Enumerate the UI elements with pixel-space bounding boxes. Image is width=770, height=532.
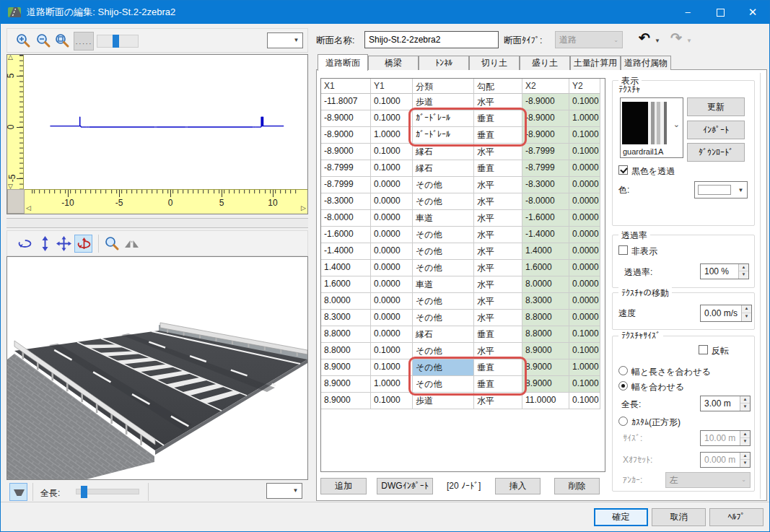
update-button[interactable]: 更新 bbox=[687, 97, 745, 116]
cell-y2[interactable]: 0.1000 bbox=[569, 326, 600, 343]
cell-x1[interactable]: -8.3000 bbox=[321, 193, 371, 210]
cell-x1[interactable]: 8.9000 bbox=[321, 393, 371, 409]
cell-x2[interactable]: 8.8000 bbox=[522, 326, 569, 343]
dwg-import-button[interactable]: DWGｲﾝﾎﾟｰﾄ bbox=[377, 478, 433, 494]
cell-x2[interactable]: -8.9000 bbox=[522, 110, 569, 127]
cell-cls[interactable]: その他 bbox=[413, 359, 474, 376]
cell-slope[interactable]: 水平 bbox=[474, 276, 522, 293]
cell-cls[interactable]: その他 bbox=[413, 193, 474, 210]
cell-slope[interactable]: 垂直 bbox=[474, 110, 522, 127]
cell-cls[interactable]: 歩道 bbox=[413, 94, 474, 110]
cell-x2[interactable]: 11.0000 bbox=[522, 393, 569, 409]
tab-1[interactable]: 橋梁 bbox=[368, 56, 419, 70]
cell-y2[interactable]: 0.0000 bbox=[569, 227, 600, 243]
cell-x2[interactable]: 1.6000 bbox=[522, 260, 569, 276]
cell-x1[interactable]: -8.7999 bbox=[321, 160, 371, 177]
transparency-rate-spinner[interactable]: 100 % ▲▼ bbox=[700, 263, 749, 279]
ruler-arrow-left[interactable]: ◁ bbox=[26, 204, 31, 212]
cell-slope[interactable]: 垂直 bbox=[474, 160, 522, 177]
cell-y2[interactable]: 1.0000 bbox=[569, 359, 600, 376]
tab-4[interactable]: 盛り土 bbox=[520, 56, 570, 70]
cell-cls[interactable]: 縁石 bbox=[413, 144, 474, 160]
cell-y1[interactable]: 0.0000 bbox=[371, 177, 413, 193]
cell-x2[interactable]: 8.9000 bbox=[522, 376, 569, 393]
cell-y1[interactable]: 1.0000 bbox=[371, 376, 413, 393]
cell-cls[interactable]: ｶﾞｰﾄﾞﾚｰﾙ bbox=[413, 127, 474, 144]
black-transparent-checkbox[interactable] bbox=[618, 165, 628, 175]
cell-slope[interactable]: 垂直 bbox=[474, 127, 522, 144]
cell-y1[interactable]: 0.0000 bbox=[371, 193, 413, 210]
cell-y2[interactable]: 0.0000 bbox=[569, 293, 600, 310]
cell-cls[interactable]: その他 bbox=[413, 376, 474, 393]
cell-cls[interactable]: その他 bbox=[413, 310, 474, 326]
vertical-ruler[interactable]: △ ▽ 50-5 bbox=[7, 55, 24, 189]
cross-section-table[interactable]: X1Y1分類勾配X2Y2-11.80070.1000歩道水平-8.90000.1… bbox=[320, 78, 605, 472]
profile-2d-view[interactable]: △ ▽ 50-5 ◁ ▷ -10-50510 bbox=[6, 54, 308, 214]
cell-cls[interactable]: 縁石 bbox=[413, 326, 474, 343]
ok-button[interactable]: 確定 bbox=[594, 508, 648, 526]
cell-x2[interactable]: -8.3000 bbox=[522, 177, 569, 193]
extrude-toggle-button[interactable] bbox=[9, 483, 27, 501]
add-button[interactable]: 追加 bbox=[320, 478, 367, 494]
fit-width-length-radio[interactable] bbox=[618, 366, 628, 375]
cell-y2[interactable]: 0.0000 bbox=[569, 310, 600, 326]
cell-x2[interactable]: -8.9000 bbox=[522, 94, 569, 110]
cell-cls[interactable]: 歩道 bbox=[413, 393, 474, 409]
cell-y2[interactable]: 0.1000 bbox=[569, 393, 600, 409]
cell-y1[interactable]: 0.0000 bbox=[371, 276, 413, 293]
cell-y2[interactable]: 0.0000 bbox=[569, 210, 600, 227]
cell-slope[interactable]: 水平 bbox=[474, 94, 522, 110]
cell-y2[interactable]: 0.0000 bbox=[569, 260, 600, 276]
cell-slope[interactable]: 水平 bbox=[474, 177, 522, 193]
orbit-free-button[interactable] bbox=[74, 235, 92, 253]
cell-x1[interactable]: -1.6000 bbox=[321, 227, 371, 243]
cell-x1[interactable]: 8.3000 bbox=[321, 310, 371, 326]
cell-y1[interactable]: 0.0000 bbox=[371, 243, 413, 260]
profile-canvas[interactable] bbox=[25, 55, 307, 189]
insert-button[interactable]: 挿入 bbox=[495, 478, 541, 494]
cell-x2[interactable]: 8.9000 bbox=[522, 359, 569, 376]
redo-arrow-icon[interactable]: ↷ bbox=[670, 30, 682, 46]
line-style-button[interactable]: ····· bbox=[74, 32, 94, 51]
cell-y2[interactable]: 0.0000 bbox=[569, 276, 600, 293]
cell-x2[interactable]: -8.0000 bbox=[522, 193, 569, 210]
cell-slope[interactable]: 水平 bbox=[474, 260, 522, 276]
length-slider[interactable] bbox=[76, 489, 139, 494]
cell-slope[interactable]: 水平 bbox=[474, 210, 522, 227]
cell-y1[interactable]: 0.1000 bbox=[371, 359, 413, 376]
pan-button[interactable] bbox=[55, 235, 73, 253]
cell-x2[interactable]: 1.4000 bbox=[522, 243, 569, 260]
cell-cls[interactable]: その他 bbox=[413, 243, 474, 260]
undo-arrow-icon[interactable]: ↶ bbox=[639, 30, 650, 46]
cell-slope[interactable]: 水平 bbox=[474, 227, 522, 243]
length-slider-handle[interactable] bbox=[81, 486, 87, 498]
cell-y1[interactable]: 1.0000 bbox=[371, 127, 413, 144]
cell-slope[interactable]: 垂直 bbox=[474, 359, 522, 376]
cell-y1[interactable]: 0.0000 bbox=[371, 210, 413, 227]
cell-cls[interactable]: 車道 bbox=[413, 210, 474, 227]
cell-y2[interactable]: 0.1000 bbox=[569, 94, 600, 110]
close-button[interactable]: ✕ bbox=[736, 1, 769, 23]
cell-slope[interactable]: 垂直 bbox=[474, 376, 522, 393]
cell-x1[interactable]: -8.0000 bbox=[321, 210, 371, 227]
cell-x1[interactable]: 8.9000 bbox=[321, 376, 371, 393]
hide-checkbox[interactable] bbox=[618, 245, 628, 255]
texture-preview-combo[interactable]: ⌄ guardrail1A bbox=[620, 97, 683, 158]
cell-x1[interactable]: 8.8000 bbox=[321, 326, 371, 343]
zoom-out-button[interactable] bbox=[35, 32, 53, 50]
cell-x1[interactable]: 1.6000 bbox=[321, 276, 371, 293]
ruler-marker-top[interactable]: △ bbox=[8, 53, 13, 61]
cell-slope[interactable]: 水平 bbox=[474, 243, 522, 260]
cell-y1[interactable]: 0.1000 bbox=[371, 343, 413, 359]
scale-slider[interactable] bbox=[97, 35, 139, 48]
cell-x1[interactable]: 8.0000 bbox=[321, 293, 371, 310]
undo-dropdown-icon[interactable]: ▼ bbox=[655, 38, 660, 44]
cell-y1[interactable]: 0.1000 bbox=[371, 160, 413, 177]
cell-y2[interactable]: 0.0000 bbox=[569, 193, 600, 210]
horizontal-ruler[interactable]: ◁ ▷ -10-50510 bbox=[25, 189, 307, 214]
cell-x2[interactable]: -1.6000 bbox=[522, 210, 569, 227]
cell-cls[interactable]: その他 bbox=[413, 227, 474, 243]
tab-6[interactable]: 道路付属物 bbox=[621, 56, 671, 70]
cell-y2[interactable]: 0.0000 bbox=[569, 177, 600, 193]
cell-slope[interactable]: 水平 bbox=[474, 144, 522, 160]
